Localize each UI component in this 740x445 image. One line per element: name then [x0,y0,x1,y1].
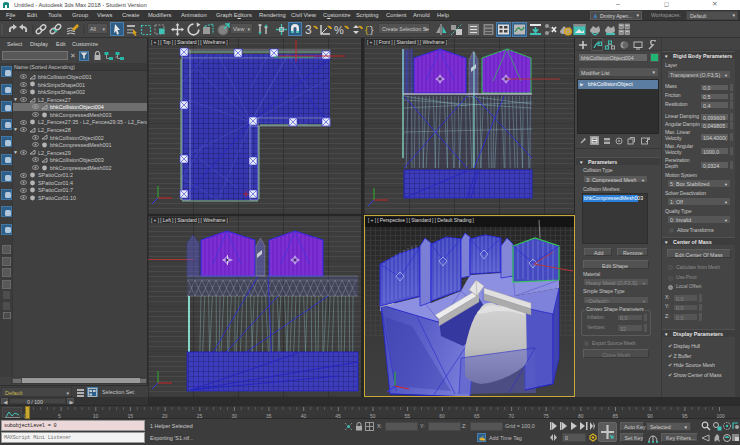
svg-text:3: 3 [305,23,312,37]
svg-text:65: 65 [474,413,480,419]
svg-text:55: 55 [405,413,411,419]
svg-text:15: 15 [127,413,133,419]
svg-text:85: 85 [613,413,619,419]
svg-text:70: 70 [509,413,515,419]
svg-text:100: 100 [717,413,726,419]
svg-text:75: 75 [543,413,549,419]
svg-text:10: 10 [93,413,99,419]
svg-text:35: 35 [266,413,272,419]
svg-text:25: 25 [197,413,203,419]
svg-text:45: 45 [335,413,341,419]
svg-text:}: } [369,26,374,36]
svg-text:20: 20 [162,413,168,419]
svg-text:30: 30 [231,413,237,419]
svg-text:90: 90 [647,413,653,419]
svg-text:95: 95 [682,413,688,419]
svg-text:5: 5 [58,413,61,419]
svg-text:80: 80 [578,413,584,419]
svg-text:40: 40 [301,413,307,419]
svg-text:%: % [334,24,344,36]
svg-text:60: 60 [439,413,445,419]
svg-text:50: 50 [370,413,376,419]
